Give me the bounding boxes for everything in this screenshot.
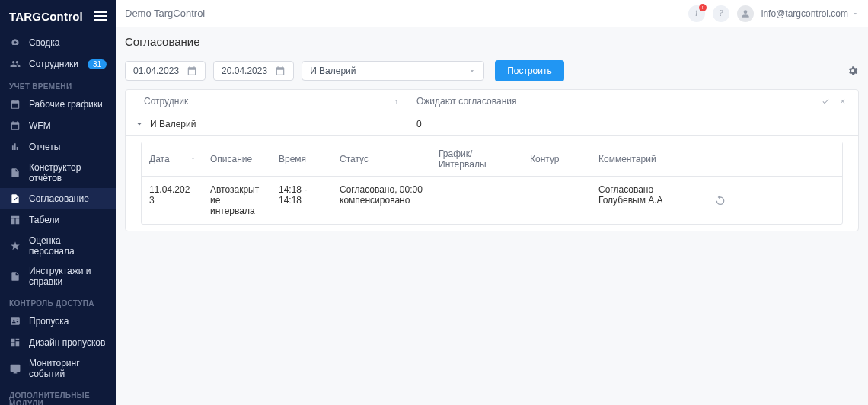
info-badge: ! [699,4,707,11]
cell-time: 14:18 - 14:18 [271,177,332,224]
gauge-icon [9,37,21,49]
sidebar-item-passes[interactable]: Пропуска [0,311,116,332]
ith-status[interactable]: Статус [332,142,431,176]
date-from-value: 01.04.2023 [133,65,179,76]
sidebar-item-wfm[interactable]: WFM [0,115,116,136]
sidebar-item-briefings[interactable]: Инструктажи и справки [0,261,116,292]
sidebar-item-label: Сводка [29,37,60,48]
document-icon [9,270,21,282]
sort-icon: ↑ [191,155,195,164]
sidebar-item-employees[interactable]: Сотрудники 31 [0,53,116,75]
employee-select[interactable]: И Валерий [302,61,484,81]
info-icon[interactable]: i ! [688,5,705,22]
filter-row: 01.04.2023 20.04.2023 И Валерий Построит… [116,56,868,89]
sidebar-item-rating[interactable]: Оценка персонала [0,231,116,261]
sidebar-item-approval[interactable]: Согласование [0,188,116,209]
reject-icon[interactable] [839,97,846,106]
sidebar-item-label: Оценка персонала [29,235,107,257]
sidebar-item-label: Сотрудники [29,59,78,69]
main: Demo TargControl i ! ? info@targcontrol.… [116,0,868,405]
page-title: Согласование [125,35,859,48]
th-employee[interactable]: Сотрудник ↑ [126,90,407,113]
calendar-icon [275,65,286,76]
ith-time[interactable]: Время [271,142,332,176]
group-pending-cell: 0 [407,113,858,135]
th-pending[interactable]: Ожидают согласования [407,90,812,113]
cell-comment: Согласовано Голубевым А.А [591,177,697,224]
build-button[interactable]: Построить [495,60,564,81]
group-employee-cell: И Валерий [126,113,407,135]
table-row: 11.04.2023 Автозакрытие интервала 14:18 … [142,177,842,224]
table-header: Сотрудник ↑ Ожидают согласования [126,90,858,113]
date-to-value: 20.04.2023 [222,65,267,76]
chart-icon [9,141,21,153]
table-icon [9,214,21,226]
sidebar-item-summary[interactable]: Сводка [0,32,116,53]
calendar-icon [187,65,197,76]
calendar-icon [9,98,21,110]
sidebar-item-report-builder[interactable]: Конструктор отчётов [0,158,116,188]
sidebar-item-timesheets[interactable]: Табели [0,209,116,231]
ith-graph[interactable]: График/Интервалы [431,142,522,176]
star-icon [9,240,21,252]
topbar: Demo TargControl i ! ? info@targcontrol.… [116,0,868,27]
sidebar-section-access: Контроль доступа [0,292,116,311]
sidebar-item-monitoring[interactable]: Мониторинг событий [0,353,116,384]
sort-icon: ↑ [394,97,398,106]
check-document-icon [9,193,21,205]
chevron-down-icon [468,67,476,75]
user-email: info@targcontrol.com [761,8,848,19]
sidebar-item-label: Пропуска [29,316,69,327]
ith-desc[interactable]: Описание [203,142,271,176]
sidebar-item-schedules[interactable]: Рабочие графики [0,94,116,115]
help-icon[interactable]: ? [713,5,729,22]
sidebar-item-pass-design[interactable]: Дизайн пропусков [0,332,116,353]
monitor-icon [9,362,21,375]
cell-kontur [522,177,591,224]
inner-table-wrap: Дата ↑ Описание Время Статус График/Инте… [126,136,858,231]
app-logo: TARGControl [9,10,83,23]
expand-icon[interactable] [135,120,144,129]
undo-icon[interactable] [714,194,726,206]
cell-status: Согласовано, 00:00 компенсировано [332,177,431,224]
sidebar-item-label: Отчеты [29,142,60,152]
sidebar-item-label: Дизайн пропусков [29,337,105,348]
sidebar: TARGControl Сводка Сотрудники 31 Учет вр… [0,0,116,405]
th-actions [812,90,858,113]
user-email-dropdown[interactable]: info@targcontrol.com [761,8,859,19]
inner-table: Дата ↑ Описание Время Статус График/Инте… [141,142,843,225]
ith-comment[interactable]: Комментарий [591,142,697,176]
id-card-icon [9,315,21,327]
user-avatar[interactable] [737,5,754,22]
settings-icon[interactable] [847,65,859,77]
ith-date[interactable]: Дата ↑ [142,142,203,176]
group-employee-name: И Валерий [150,119,196,129]
page-title-row: Согласование [116,27,868,56]
sidebar-item-label: Инструктажи и справки [29,266,107,287]
layout-icon [9,336,21,349]
date-to-input[interactable]: 20.04.2023 [213,61,294,81]
sidebar-item-label: Рабочие графики [29,99,103,110]
menu-toggle-icon[interactable] [94,9,107,23]
date-from-input[interactable]: 01.04.2023 [125,61,206,81]
main-table: Сотрудник ↑ Ожидают согласования И Валер… [125,89,859,231]
sidebar-header: TARGControl [0,0,116,32]
cell-desc: Автозакрытие интервала [203,177,271,224]
employee-select-value: И Валерий [310,65,356,76]
sidebar-item-label: Мониторинг событий [29,358,107,379]
sidebar-item-reports[interactable]: Отчеты [0,136,116,158]
sidebar-section-modules: Дополнительные модули [0,384,116,405]
sidebar-section-time: Учет времени [0,75,116,94]
document-icon [9,167,21,179]
sidebar-item-label: WFM [29,120,51,131]
ith-kontur[interactable]: Контур [522,142,591,176]
approve-icon[interactable] [822,96,830,107]
employees-badge: 31 [88,59,107,69]
topbar-title: Demo TargControl [125,8,205,19]
topbar-right: i ! ? info@targcontrol.com [688,5,859,22]
ith-actions [697,142,743,176]
cell-graph [431,177,522,224]
inner-table-header: Дата ↑ Описание Время Статус График/Инте… [142,142,842,177]
sidebar-item-label: Конструктор отчётов [29,162,107,183]
users-icon [9,58,21,70]
